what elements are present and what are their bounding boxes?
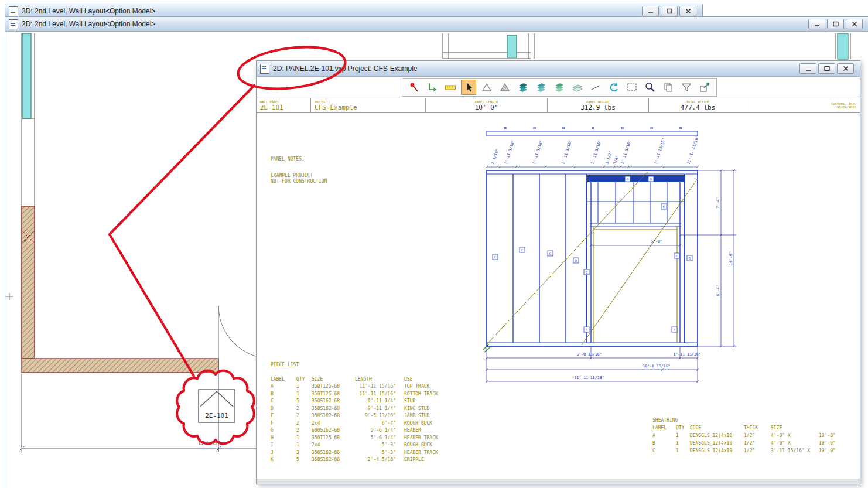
svg-text:2-1/16": 2-1/16" — [490, 148, 500, 165]
piece-list: PIECE LIST LABEL QTY SIZE LENGTH USE A 1… — [271, 361, 469, 464]
surface-light-icon[interactable] — [552, 80, 567, 95]
svg-text:1'-11 3/16": 1'-11 3/16" — [561, 139, 573, 165]
close-icon[interactable] — [837, 63, 854, 74]
piece-list-rows: A 1 350T125-68 11'-11 15/16" TOP TRACK B… — [271, 383, 469, 464]
svg-text:1'-11 3/16": 1'-11 3/16" — [531, 139, 544, 165]
date-stamp: 05/09/2016 — [837, 105, 856, 109]
piece-list-row: E 2 350S162-68 9'-5 13/16" JAMB STUD — [271, 412, 469, 420]
svg-text:7'-4": 7'-4" — [716, 197, 720, 209]
select-cursor-icon[interactable] — [461, 80, 476, 95]
svg-text:1'-11 13/16": 1'-11 13/16" — [653, 137, 666, 165]
svg-text:E: E — [676, 254, 678, 258]
export-icon[interactable] — [697, 80, 712, 95]
piece-list-row: H 1 350T125-68 5'-6 1/4" HEADER TRACK — [271, 435, 469, 442]
svg-text:1'-11 3/16": 1'-11 3/16" — [503, 139, 515, 165]
filter-icon[interactable] — [679, 80, 694, 95]
maximize-icon[interactable] — [661, 6, 678, 16]
svg-text:C: C — [494, 255, 496, 259]
copy-icon[interactable] — [661, 80, 676, 95]
panel-length-value: 10'-0" — [475, 104, 498, 111]
piece-list-row: D 2 350S162-68 9'-11 1/4" KING STUD — [271, 405, 469, 413]
piece-list-row: C 5 350S162-68 9'-11 1/4" STUD — [271, 398, 469, 405]
svg-text:D: D — [689, 257, 691, 260]
window-2d-titlebar[interactable]: 2D: 2nd Level, Wall Layout<Option Model> — [5, 17, 868, 32]
maximize-icon[interactable] — [827, 19, 844, 29]
total-weight-value: 477.4 lbs — [681, 104, 716, 111]
panel-tag-symbol[interactable]: 2E-101 — [199, 390, 235, 422]
piece-list-title: PIECE LIST — [271, 361, 469, 369]
document-icon — [9, 19, 18, 29]
minimize-icon[interactable] — [799, 63, 816, 74]
svg-text:11'-11 15/16": 11'-11 15/16" — [575, 376, 604, 380]
piece-markers: G 6 C C C D E K E — [493, 176, 692, 332]
panel-drawing-area: PANEL NOTES: EXAMPLE PROJECT NOT FOR CON… — [257, 113, 860, 479]
svg-text:C: C — [549, 252, 551, 255]
wall-panel-value: 2E-101 — [260, 104, 307, 111]
svg-text:F: F — [674, 328, 675, 332]
panel-notes-title: PANEL NOTES: — [271, 156, 327, 162]
svg-text:6'-4": 6'-4" — [716, 285, 720, 296]
marquee-icon[interactable] — [624, 80, 640, 95]
panel-notes: PANEL NOTES: EXAMPLE PROJECT NOT FOR CON… — [271, 156, 327, 185]
panel-header: WALL PANEL 2E-101 PROJECT: CFS-Example P… — [257, 98, 860, 113]
svg-text:6: 6 — [650, 178, 652, 181]
minimize-icon[interactable] — [808, 19, 825, 29]
minimize-icon[interactable] — [642, 6, 659, 16]
surface-medium-icon[interactable] — [534, 80, 549, 95]
document-icon — [9, 6, 18, 16]
panel-titlebar[interactable]: 2D: PANEL.2E-101.vxp Project: CFS-Exampl… — [257, 61, 860, 77]
sheathing-row: B 1 DENSGLS_12(4x10 1/2" 4'-0" X 10'-0" — [652, 439, 849, 447]
maximize-icon[interactable] — [818, 63, 835, 74]
panel-notes-line1: EXAMPLE PROJECT — [271, 173, 327, 179]
svg-text:10'-0": 10'-0" — [729, 251, 733, 265]
triangle-outline-icon[interactable] — [479, 80, 494, 95]
offset-extend-icon[interactable] — [425, 80, 440, 95]
svg-text:5'-0 13/16": 5'-0 13/16" — [576, 352, 602, 357]
svg-text:5/8": 5/8" — [612, 155, 619, 165]
surface-dark-icon[interactable] — [515, 80, 531, 95]
ruler-icon[interactable] — [443, 80, 458, 95]
undo-icon[interactable] — [606, 80, 621, 95]
panel-notes-line2: NOT FOR CONSTRUCTION — [271, 179, 327, 185]
zoom-icon[interactable] — [643, 80, 658, 95]
svg-text:D: D — [575, 259, 577, 262]
pushpin-icon[interactable] — [406, 80, 422, 95]
project-value: CFS-Example — [315, 104, 422, 111]
panel-bottom-strip — [257, 479, 860, 484]
thin-line-icon[interactable] — [588, 80, 603, 95]
svg-text:C: C — [521, 248, 523, 252]
svg-text:E: E — [586, 271, 587, 274]
svg-text:11'-11 15/16": 11'-11 15/16" — [686, 135, 699, 165]
toolbar-zone — [257, 77, 860, 98]
panel-title: 2D: PANEL.2E-101.vxp Project: CFS-Exampl… — [273, 64, 796, 73]
svg-text:5'-0": 5'-0" — [651, 239, 662, 244]
dimension-labels: 2-1/16" 1'-11 3/16" 1'-11 3/16" 1'-11 3/… — [490, 135, 733, 380]
sheathing-row: C 1 DENSGLS_12(4x10 1/2" 3'-11 15/16" X … — [652, 447, 849, 455]
sheathing-title: SHEATHING — [652, 417, 849, 424]
sheathing-row: A 1 DENSGLS_12(4x10 1/2" 4'-0" X 10'-0" — [652, 432, 849, 439]
piece-list-row: I 1 2x4 5'-3" ROUGH BUCK — [271, 442, 469, 449]
piece-list-row: B 1 350T125-68 11'-11 15/16" BOTTOM TRAC… — [271, 391, 469, 398]
svg-text:G: G — [627, 178, 628, 181]
svg-text:1'-11 3/16": 1'-11 3/16" — [590, 139, 602, 165]
triangle-hatched-icon[interactable] — [497, 80, 512, 95]
piece-list-row: J 3 350S162-68 5'-3" HEADER TRACK — [271, 449, 469, 457]
sheathing-rows: A 1 DENSGLS_12(4x10 1/2" 4'-0" X 10'-0" … — [652, 432, 849, 455]
svg-text:F: F — [586, 328, 587, 332]
window-3d-title: 3D: 2nd Level, Wall Layout<Option Model> — [22, 7, 638, 15]
svg-text:10'-0 13/16": 10'-0 13/16" — [643, 364, 671, 368]
piece-list-row: A 1 350T125-68 11'-11 15/16" TOP TRACK — [271, 383, 469, 391]
close-icon[interactable] — [679, 6, 696, 16]
piece-list-row: K 5 350S162-68 2'-4 5/16" CRIPPLE — [271, 456, 469, 464]
sheathing-header: LABEL QTY CODE THICK SIZE — [652, 424, 849, 432]
panel-window: 2D: PANEL.2E-101.vxp Project: CFS-Exampl… — [256, 60, 860, 484]
piece-list-header: LABEL QTY SIZE LENGTH USE — [271, 376, 469, 384]
sheathing-list: SHEATHING LABEL QTY CODE THICK SIZE A 1 — [652, 417, 849, 455]
document-icon — [260, 64, 269, 74]
piece-list-row: F 2 2x4 6'-4" ROUGH BUCK — [271, 420, 469, 428]
close-icon[interactable] — [846, 19, 863, 29]
framing-elevation: G 6 C C C D E K E — [481, 125, 744, 394]
surface-flat-icon[interactable] — [570, 80, 585, 95]
floor-plan-dim-label: 12'-0" — [197, 439, 221, 447]
svg-text:1'-11 3/16": 1'-11 3/16" — [620, 139, 632, 165]
